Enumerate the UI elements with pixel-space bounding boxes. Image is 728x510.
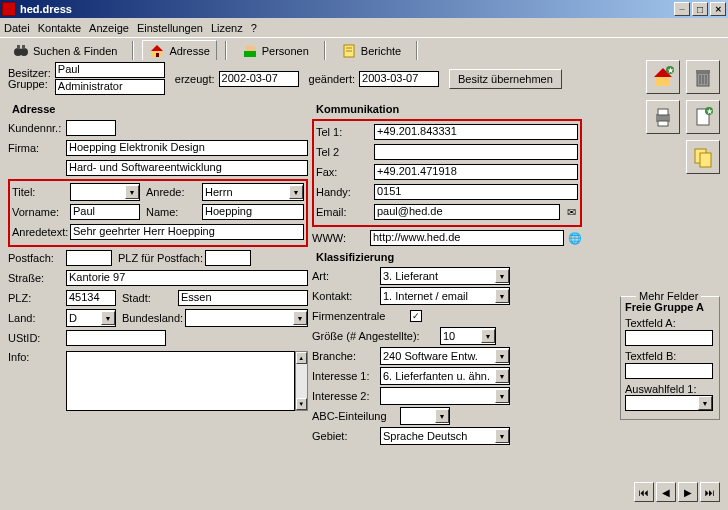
tel2-input[interactable] [374, 144, 578, 160]
auswahl-combo[interactable] [625, 395, 713, 411]
scroll-up-icon[interactable] [296, 352, 307, 364]
globe-icon[interactable]: 🌐 [568, 231, 582, 245]
besitzer-field[interactable]: Paul [55, 62, 165, 78]
menu-datei[interactable]: Datei [4, 22, 30, 34]
kontakt-combo[interactable]: 1. Internet / email [380, 287, 510, 305]
www-label: WWW: [312, 232, 368, 244]
geaendert-field[interactable]: 2003-03-07 [359, 71, 439, 87]
bundesland-label: Bundesland: [122, 312, 183, 324]
record-nav: ⏮ ◀ ▶ ⏭ [634, 482, 720, 502]
strasse-input[interactable]: Kantorie 97 [66, 270, 308, 286]
gebiet-combo[interactable]: Sprache Deutsch [380, 427, 510, 445]
dropdown-icon[interactable] [495, 389, 509, 403]
www-input[interactable]: http://www.hed.de [370, 230, 564, 246]
menu-help[interactable]: ? [251, 22, 257, 34]
postfach-input[interactable] [66, 250, 112, 266]
close-button[interactable] [710, 2, 726, 16]
vorname-input[interactable]: Paul [70, 204, 140, 220]
groesse-combo[interactable]: 10 [440, 327, 496, 345]
maximize-button[interactable] [692, 2, 708, 16]
copy-button[interactable] [686, 140, 720, 174]
plzpostfach-input[interactable] [205, 250, 251, 266]
int1-combo[interactable]: 6. Lieferfanten u. ähn. [380, 367, 510, 385]
dropdown-icon[interactable] [495, 269, 509, 283]
plz-input[interactable]: 45134 [66, 290, 116, 306]
dropdown-icon[interactable] [293, 311, 307, 325]
separator [324, 41, 326, 61]
erzeugt-field[interactable]: 2002-03-07 [219, 71, 299, 87]
minimize-button[interactable] [674, 2, 690, 16]
fax-input[interactable]: +49.201.471918 [374, 164, 578, 180]
plz-label: PLZ: [8, 292, 64, 304]
dropdown-icon[interactable] [495, 369, 509, 383]
handy-input[interactable]: 0151 [374, 184, 578, 200]
name-input[interactable]: Hoepping [202, 204, 304, 220]
name-block: Titel: Anrede: Herrn Vorname: Paul Name:… [8, 179, 308, 247]
tab-persons[interactable]: Personen [235, 40, 316, 62]
besitzer-label: Besitzer: [8, 68, 51, 79]
textfeld-a-input[interactable] [625, 330, 713, 346]
dropdown-icon[interactable] [125, 185, 139, 199]
int2-combo[interactable] [380, 387, 510, 405]
email-input[interactable]: paul@hed.de [374, 204, 560, 220]
svg-rect-14 [656, 77, 670, 86]
info-textarea[interactable] [66, 351, 295, 411]
email-icon[interactable]: ✉ [564, 205, 578, 219]
bundesland-combo[interactable] [185, 309, 308, 327]
nav-next-button[interactable]: ▶ [678, 482, 698, 502]
tab-reports[interactable]: Berichte [334, 40, 408, 62]
email-label: Email: [316, 206, 372, 218]
anredetext-input[interactable]: Sehr geehrter Herr Hoepping [70, 224, 304, 240]
nav-prev-button[interactable]: ◀ [656, 482, 676, 502]
new-house-button[interactable]: ★ [646, 60, 680, 94]
firma1-input[interactable]: Hoepping Elektronik Design [66, 140, 308, 156]
svg-text:★: ★ [667, 66, 674, 75]
menu-kontakte[interactable]: Kontakte [38, 22, 81, 34]
geaendert-label: geändert: [309, 73, 355, 85]
int1-label: Interesse 1: [312, 370, 378, 382]
art-combo[interactable]: 3. Lieferant [380, 267, 510, 285]
besitz-uebernehmen-button[interactable]: Besitz übernehmen [449, 69, 562, 89]
titlebar: hed.dress [0, 0, 728, 18]
scroll-down-icon[interactable] [296, 398, 307, 410]
dropdown-icon[interactable] [481, 329, 495, 343]
ustid-input[interactable] [66, 330, 166, 346]
abc-combo[interactable] [400, 407, 450, 425]
stadt-input[interactable]: Essen [178, 290, 308, 306]
firmenz-checkbox[interactable] [410, 310, 422, 322]
report-icon [341, 43, 357, 59]
tel1-input[interactable]: +49.201.843331 [374, 124, 578, 140]
svg-rect-23 [658, 109, 668, 115]
anrede-combo[interactable]: Herrn [202, 183, 304, 201]
dropdown-icon[interactable] [495, 429, 509, 443]
print-button[interactable] [646, 100, 680, 134]
dropdown-icon[interactable] [435, 409, 449, 423]
branche-combo[interactable]: 240 Software Entw. [380, 347, 510, 365]
tab-address-label: Adresse [169, 45, 209, 57]
land-combo[interactable]: D [66, 309, 116, 327]
tab-address[interactable]: Adresse [142, 40, 216, 62]
gruppe-field[interactable]: Administrator [55, 79, 165, 95]
nav-first-button[interactable]: ⏮ [634, 482, 654, 502]
info-scrollbar[interactable] [295, 351, 308, 411]
kundennr-input[interactable] [66, 120, 116, 136]
textfeld-b-input[interactable] [625, 363, 713, 379]
dropdown-icon[interactable] [698, 396, 712, 410]
dropdown-icon[interactable] [289, 185, 303, 199]
tab-search[interactable]: Suchen & Finden [6, 40, 124, 62]
dropdown-icon[interactable] [101, 311, 115, 325]
menu-anzeige[interactable]: Anzeige [89, 22, 129, 34]
new-doc-button[interactable]: ★ [686, 100, 720, 134]
dropdown-icon[interactable] [495, 349, 509, 363]
firma2-input[interactable]: Hard- und Softwareentwicklung [66, 160, 308, 176]
menu-einstellungen[interactable]: Einstellungen [137, 22, 203, 34]
dropdown-icon[interactable] [495, 289, 509, 303]
svg-rect-18 [696, 70, 710, 73]
titel-combo[interactable] [70, 183, 140, 201]
delete-button[interactable] [686, 60, 720, 94]
komm-block: Tel 1:+49.201.843331 Tel 2 Fax:+49.201.4… [312, 119, 582, 227]
ustid-label: UStID: [8, 332, 64, 344]
menu-lizenz[interactable]: Lizenz [211, 22, 243, 34]
nav-last-button[interactable]: ⏭ [700, 482, 720, 502]
komm-title: Kommunikation [316, 103, 582, 115]
